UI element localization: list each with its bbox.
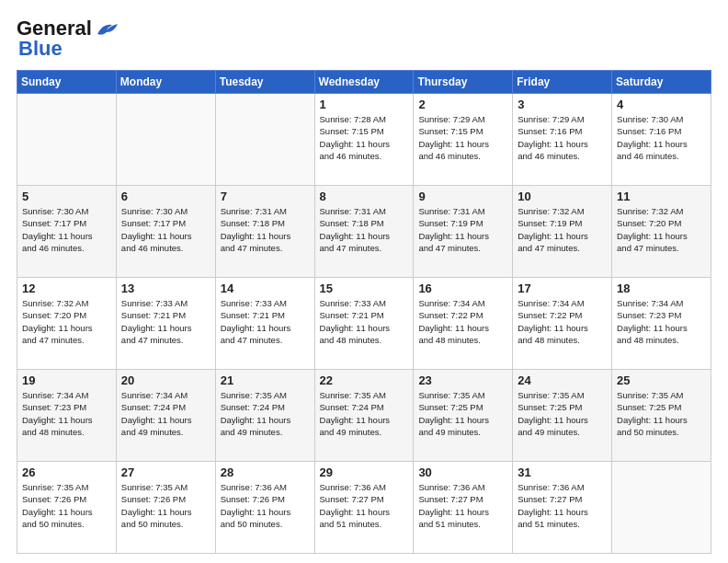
day-number: 20 <box>121 373 210 387</box>
day-info: Sunrise: 7:30 AM Sunset: 7:17 PM Dayligh… <box>22 205 111 254</box>
logo-bird-icon <box>94 19 119 38</box>
day-number: 7 <box>221 190 310 203</box>
calendar-cell <box>116 94 215 186</box>
day-info: Sunrise: 7:35 AM Sunset: 7:25 PM Dayligh… <box>518 389 607 438</box>
calendar-row-3: 19Sunrise: 7:34 AM Sunset: 7:23 PM Dayli… <box>17 370 711 462</box>
day-info: Sunrise: 7:34 AM Sunset: 7:23 PM Dayligh… <box>22 389 111 438</box>
calendar-row-4: 26Sunrise: 7:35 AM Sunset: 7:26 PM Dayli… <box>17 462 711 554</box>
calendar-cell <box>17 94 117 186</box>
day-info: Sunrise: 7:30 AM Sunset: 7:17 PM Dayligh… <box>121 205 210 254</box>
day-info: Sunrise: 7:28 AM Sunset: 7:15 PM Dayligh… <box>320 113 409 162</box>
calendar-cell: 2Sunrise: 7:29 AM Sunset: 7:15 PM Daylig… <box>414 94 513 186</box>
calendar-cell: 14Sunrise: 7:33 AM Sunset: 7:21 PM Dayli… <box>215 278 314 370</box>
calendar-cell: 17Sunrise: 7:34 AM Sunset: 7:22 PM Dayli… <box>513 278 612 370</box>
day-number: 5 <box>22 190 111 203</box>
day-info: Sunrise: 7:36 AM Sunset: 7:27 PM Dayligh… <box>418 481 507 530</box>
logo: General Blue <box>17 17 119 61</box>
day-number: 19 <box>22 373 111 387</box>
day-info: Sunrise: 7:35 AM Sunset: 7:24 PM Dayligh… <box>320 389 409 438</box>
calendar-cell: 7Sunrise: 7:31 AM Sunset: 7:18 PM Daylig… <box>215 186 314 278</box>
day-info: Sunrise: 7:31 AM Sunset: 7:18 PM Dayligh… <box>221 205 310 254</box>
day-number: 28 <box>221 465 310 479</box>
logo-blue: Blue <box>18 37 63 61</box>
day-number: 23 <box>418 373 507 387</box>
day-number: 9 <box>418 190 507 203</box>
day-info: Sunrise: 7:33 AM Sunset: 7:21 PM Dayligh… <box>121 297 210 346</box>
day-number: 16 <box>418 282 507 295</box>
calendar-cell: 15Sunrise: 7:33 AM Sunset: 7:21 PM Dayli… <box>314 278 414 370</box>
calendar-cell: 28Sunrise: 7:36 AM Sunset: 7:26 PM Dayli… <box>215 462 314 554</box>
weekday-header-wednesday: Wednesday <box>314 71 414 94</box>
calendar-row-2: 12Sunrise: 7:32 AM Sunset: 7:20 PM Dayli… <box>17 278 711 370</box>
day-number: 8 <box>320 190 409 203</box>
calendar-cell: 1Sunrise: 7:28 AM Sunset: 7:15 PM Daylig… <box>314 94 414 186</box>
day-number: 12 <box>22 282 111 295</box>
weekday-header-thursday: Thursday <box>414 71 513 94</box>
calendar-cell <box>215 94 314 186</box>
day-info: Sunrise: 7:36 AM Sunset: 7:26 PM Dayligh… <box>221 481 310 530</box>
day-number: 10 <box>518 190 607 203</box>
day-number: 3 <box>518 98 607 111</box>
calendar-cell: 24Sunrise: 7:35 AM Sunset: 7:25 PM Dayli… <box>513 370 612 462</box>
day-number: 25 <box>617 373 706 387</box>
header: General Blue <box>17 17 711 61</box>
page: General Blue SundayMondayTuesdayWednesda… <box>0 0 728 563</box>
day-number: 18 <box>617 282 706 295</box>
day-number: 29 <box>320 465 409 479</box>
calendar-cell: 31Sunrise: 7:36 AM Sunset: 7:27 PM Dayli… <box>513 462 612 554</box>
day-info: Sunrise: 7:34 AM Sunset: 7:22 PM Dayligh… <box>418 297 507 346</box>
day-number: 27 <box>121 465 210 479</box>
day-number: 31 <box>518 465 607 479</box>
calendar-cell: 18Sunrise: 7:34 AM Sunset: 7:23 PM Dayli… <box>612 278 711 370</box>
day-number: 22 <box>320 373 409 387</box>
calendar-cell: 8Sunrise: 7:31 AM Sunset: 7:18 PM Daylig… <box>314 186 414 278</box>
calendar-cell: 27Sunrise: 7:35 AM Sunset: 7:26 PM Dayli… <box>116 462 215 554</box>
day-number: 21 <box>221 373 310 387</box>
day-number: 15 <box>320 282 409 295</box>
day-number: 6 <box>121 190 210 203</box>
calendar-body: 1Sunrise: 7:28 AM Sunset: 7:15 PM Daylig… <box>17 94 711 554</box>
calendar-header-row: SundayMondayTuesdayWednesdayThursdayFrid… <box>17 71 711 94</box>
day-info: Sunrise: 7:35 AM Sunset: 7:25 PM Dayligh… <box>418 389 507 438</box>
calendar-cell: 25Sunrise: 7:35 AM Sunset: 7:25 PM Dayli… <box>612 370 711 462</box>
day-info: Sunrise: 7:33 AM Sunset: 7:21 PM Dayligh… <box>320 297 409 346</box>
calendar-cell: 10Sunrise: 7:32 AM Sunset: 7:19 PM Dayli… <box>513 186 612 278</box>
calendar-cell: 5Sunrise: 7:30 AM Sunset: 7:17 PM Daylig… <box>17 186 117 278</box>
day-info: Sunrise: 7:32 AM Sunset: 7:20 PM Dayligh… <box>617 205 706 254</box>
day-number: 14 <box>221 282 310 295</box>
day-number: 11 <box>617 190 706 203</box>
day-info: Sunrise: 7:32 AM Sunset: 7:19 PM Dayligh… <box>518 205 607 254</box>
calendar-cell: 6Sunrise: 7:30 AM Sunset: 7:17 PM Daylig… <box>116 186 215 278</box>
calendar-cell: 29Sunrise: 7:36 AM Sunset: 7:27 PM Dayli… <box>314 462 414 554</box>
day-info: Sunrise: 7:32 AM Sunset: 7:20 PM Dayligh… <box>22 297 111 346</box>
calendar-cell <box>612 462 711 554</box>
weekday-header-saturday: Saturday <box>612 71 711 94</box>
calendar-cell: 22Sunrise: 7:35 AM Sunset: 7:24 PM Dayli… <box>314 370 414 462</box>
calendar-row-0: 1Sunrise: 7:28 AM Sunset: 7:15 PM Daylig… <box>17 94 711 186</box>
day-info: Sunrise: 7:29 AM Sunset: 7:15 PM Dayligh… <box>418 113 507 162</box>
calendar-cell: 21Sunrise: 7:35 AM Sunset: 7:24 PM Dayli… <box>215 370 314 462</box>
day-info: Sunrise: 7:34 AM Sunset: 7:24 PM Dayligh… <box>121 389 210 438</box>
day-info: Sunrise: 7:35 AM Sunset: 7:24 PM Dayligh… <box>221 389 310 438</box>
day-info: Sunrise: 7:35 AM Sunset: 7:26 PM Dayligh… <box>121 481 210 530</box>
day-number: 30 <box>418 465 507 479</box>
day-info: Sunrise: 7:29 AM Sunset: 7:16 PM Dayligh… <box>518 113 607 162</box>
calendar-cell: 30Sunrise: 7:36 AM Sunset: 7:27 PM Dayli… <box>414 462 513 554</box>
calendar-cell: 13Sunrise: 7:33 AM Sunset: 7:21 PM Dayli… <box>116 278 215 370</box>
day-number: 26 <box>22 465 111 479</box>
calendar-table: SundayMondayTuesdayWednesdayThursdayFrid… <box>17 70 711 554</box>
day-info: Sunrise: 7:35 AM Sunset: 7:25 PM Dayligh… <box>617 389 706 438</box>
calendar-cell: 9Sunrise: 7:31 AM Sunset: 7:19 PM Daylig… <box>414 186 513 278</box>
day-number: 2 <box>418 98 507 111</box>
calendar-cell: 19Sunrise: 7:34 AM Sunset: 7:23 PM Dayli… <box>17 370 117 462</box>
weekday-header-friday: Friday <box>513 71 612 94</box>
day-number: 4 <box>617 98 706 111</box>
calendar-cell: 26Sunrise: 7:35 AM Sunset: 7:26 PM Dayli… <box>17 462 117 554</box>
day-number: 1 <box>320 98 409 111</box>
day-info: Sunrise: 7:35 AM Sunset: 7:26 PM Dayligh… <box>22 481 111 530</box>
day-info: Sunrise: 7:34 AM Sunset: 7:22 PM Dayligh… <box>518 297 607 346</box>
weekday-header-monday: Monday <box>116 71 215 94</box>
calendar-cell: 23Sunrise: 7:35 AM Sunset: 7:25 PM Dayli… <box>414 370 513 462</box>
day-info: Sunrise: 7:31 AM Sunset: 7:18 PM Dayligh… <box>320 205 409 254</box>
calendar-cell: 20Sunrise: 7:34 AM Sunset: 7:24 PM Dayli… <box>116 370 215 462</box>
